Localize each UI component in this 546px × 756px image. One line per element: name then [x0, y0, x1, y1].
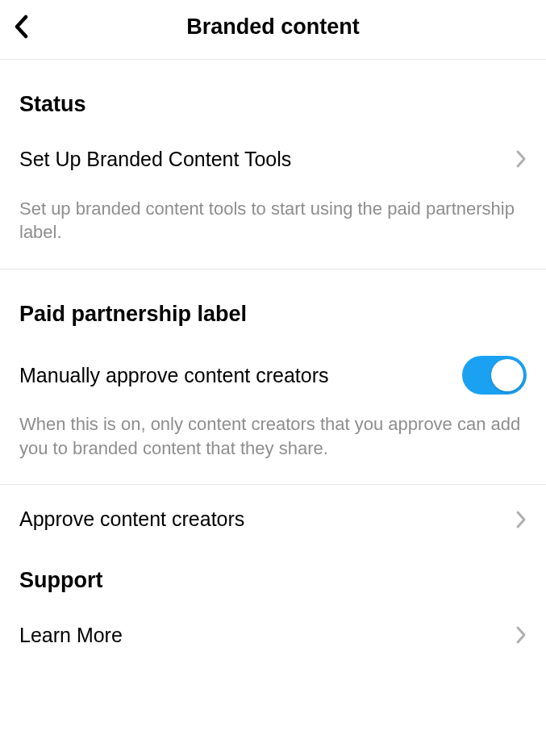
- toggle-knob: [491, 359, 523, 391]
- chevron-right-icon: [515, 510, 527, 529]
- back-button[interactable]: [13, 15, 31, 42]
- page-title: Branded content: [13, 15, 533, 40]
- approve-creators-row[interactable]: Approve content creators: [19, 485, 527, 553]
- manually-approve-row: Manually approve content creators: [19, 335, 527, 409]
- status-section: Status Set Up Branded Content Tools Set …: [0, 60, 546, 269]
- header: Branded content: [0, 0, 546, 59]
- paid-partnership-heading: Paid partnership label: [19, 269, 527, 335]
- status-heading: Status: [19, 60, 527, 125]
- manually-approve-toggle[interactable]: [462, 356, 527, 395]
- paid-partnership-section: Paid partnership label Manually approve …: [0, 269, 546, 484]
- support-heading: Support: [19, 553, 527, 601]
- manually-approve-label: Manually approve content creators: [19, 362, 329, 389]
- chevron-right-icon: [515, 149, 527, 169]
- chevron-right-icon: [515, 625, 527, 645]
- status-description: Set up branded content tools to start us…: [19, 194, 527, 269]
- paid-description: When this is on, only content creators t…: [19, 409, 527, 484]
- approve-creators-label: Approve content creators: [19, 506, 244, 533]
- approve-creators-section: Approve content creators Support Learn M…: [0, 485, 546, 680]
- setup-branded-content-label: Set Up Branded Content Tools: [19, 146, 291, 173]
- setup-branded-content-row[interactable]: Set Up Branded Content Tools: [19, 125, 527, 194]
- chevron-left-icon: [13, 15, 31, 42]
- learn-more-row[interactable]: Learn More: [19, 601, 527, 681]
- learn-more-label: Learn More: [19, 622, 123, 649]
